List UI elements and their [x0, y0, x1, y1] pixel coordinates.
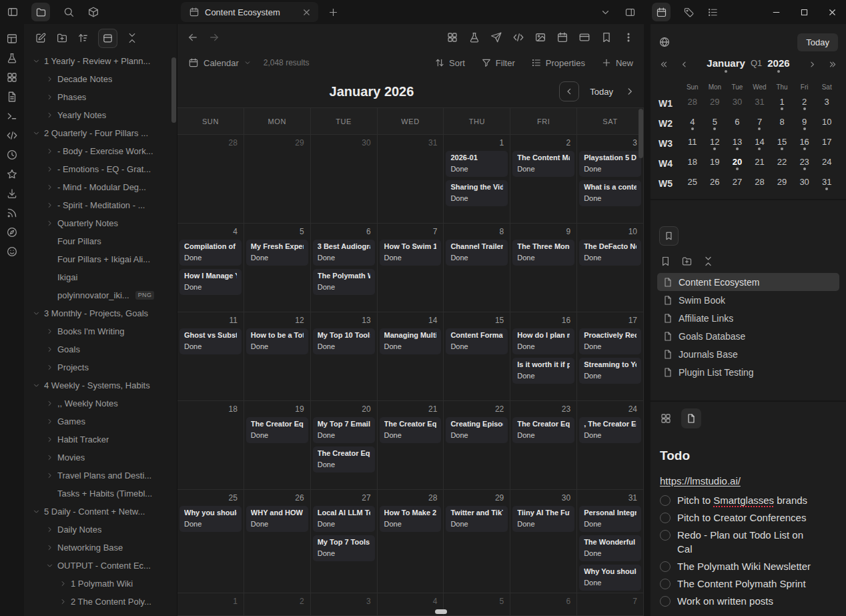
- mini-day-25[interactable]: 25: [681, 174, 704, 194]
- mini-next-month-button[interactable]: [807, 59, 817, 69]
- calendar-event[interactable]: My Fresh ExperierDone: [246, 240, 308, 266]
- calendar-day-3[interactable]: 3Playstation 5 DarkDoneWhat is a content…: [577, 135, 644, 223]
- back-button[interactable]: [187, 31, 199, 43]
- mini-day-31[interactable]: 31: [815, 174, 838, 194]
- calendar-event[interactable]: Why you should cDone: [179, 506, 242, 532]
- calendar-day-9[interactable]: 9The Three MonetiDone: [510, 224, 577, 312]
- calendar-event[interactable]: 3 Best AudiogramDone: [313, 240, 375, 266]
- package-icon[interactable]: [87, 6, 99, 18]
- mini-day-29[interactable]: 29: [704, 93, 727, 113]
- tree-file[interactable]: polyinnovator_iki...PNG: [24, 286, 177, 304]
- prev-month-button[interactable]: [559, 81, 579, 101]
- folder-plus-icon[interactable]: [56, 32, 68, 44]
- calendar-event[interactable]: Content Formats aDone: [446, 328, 508, 354]
- filter-button[interactable]: Filter: [481, 57, 515, 68]
- calendar-scrollbar-thumb[interactable]: [639, 109, 643, 158]
- collapse-all-icon[interactable]: [126, 32, 138, 44]
- tree-folder[interactable]: - Mind - Modular Deg...: [24, 178, 177, 196]
- tree-folder[interactable]: 2 The Content Poly...: [24, 593, 177, 611]
- tree-folder[interactable]: Phases: [24, 88, 177, 106]
- calendar-day-22[interactable]: 22Creating EpisodicDone: [444, 401, 510, 489]
- today-button[interactable]: Today: [590, 87, 613, 97]
- bookmark-icon[interactable]: [600, 31, 612, 43]
- calendar-event[interactable]: Ghost vs SubstackDone: [179, 328, 242, 354]
- todo-item[interactable]: The Content Polymath Sprint: [660, 577, 837, 591]
- calendar-event[interactable]: The Wonderful WDone: [579, 535, 641, 561]
- calendar-day-11[interactable]: 11Ghost vs SubstackDone: [177, 312, 244, 400]
- tree-folder[interactable]: Goals: [24, 340, 177, 358]
- calendar-event[interactable]: Tiiny AI The FuturDone: [512, 506, 574, 532]
- calendar-day-20[interactable]: 20My Top 7 Email ToDoneThe Creator Equat…: [311, 401, 378, 489]
- bookmark-item[interactable]: Goals Database: [657, 327, 839, 345]
- more-vertical-icon[interactable]: [622, 31, 634, 43]
- tree-folder[interactable]: Habit Tracker: [24, 430, 177, 448]
- mini-day-5[interactable]: 5: [704, 113, 727, 133]
- calendar-day-30[interactable]: 30Tiiny AI The FuturDone: [510, 490, 577, 593]
- properties-button[interactable]: Properties: [531, 57, 585, 68]
- mini-day-6[interactable]: 6: [726, 113, 749, 133]
- calendar-event[interactable]: The Creator EquatDone: [246, 417, 308, 443]
- bookmark-item[interactable]: Plugin List Testing: [657, 363, 839, 381]
- calendar-event[interactable]: How I Manage YeaDone: [179, 269, 242, 295]
- calendar-day-30[interactable]: 30: [311, 135, 378, 223]
- panel-right-icon[interactable]: [624, 7, 636, 18]
- todo-item[interactable]: The Polymath Wiki Newsletter: [660, 559, 837, 573]
- mini-day-28[interactable]: 28: [749, 174, 771, 194]
- calendar-day-31[interactable]: 31Personal IntegratiDoneThe Wonderful WD…: [577, 490, 644, 593]
- calendar-event[interactable]: My Top 7 Email ToDone: [313, 417, 375, 443]
- tree-folder[interactable]: 4 Weekly - Systems, Habits: [24, 376, 177, 394]
- send-icon[interactable]: [490, 31, 502, 43]
- calendar-day-28[interactable]: 28: [177, 135, 244, 223]
- calendar-button[interactable]: [652, 3, 671, 21]
- download-icon[interactable]: [6, 188, 18, 200]
- layout-grid-icon[interactable]: [660, 412, 672, 424]
- calendar-event[interactable]: How do I plan myDone: [512, 328, 574, 354]
- mini-day-2[interactable]: 2: [793, 93, 816, 113]
- calendar-day-29[interactable]: 29: [244, 135, 311, 223]
- calendar-day-26[interactable]: 26WHY and HOW toDone: [244, 490, 311, 593]
- calendar-day-8[interactable]: 8Channel Trailer 20Done: [444, 224, 510, 312]
- star-icon[interactable]: [6, 168, 18, 180]
- tree-folder[interactable]: - Body - Exercise Work...: [24, 142, 177, 160]
- tree-folder[interactable]: 5 Daily - Content + Netw...: [24, 503, 177, 521]
- folder-plus-icon[interactable]: [681, 256, 693, 267]
- mini-day-14[interactable]: 14: [749, 133, 771, 153]
- flask-icon[interactable]: [6, 52, 18, 64]
- calendar-day-7[interactable]: 7: [577, 593, 644, 615]
- tree-folder[interactable]: Yearly Notes: [24, 106, 177, 124]
- calendar-event[interactable]: , The Creator EquaDone: [579, 417, 641, 443]
- tree-folder[interactable]: 3 Monthly - Projects, Goals: [24, 304, 177, 322]
- mini-day-28[interactable]: 28: [681, 93, 704, 113]
- mini-day-29[interactable]: 29: [771, 174, 793, 194]
- calendar-event[interactable]: How To Swim 1 (2Done: [380, 240, 442, 266]
- tree-folder[interactable]: Daily Notes: [24, 521, 177, 539]
- code-icon[interactable]: [6, 129, 18, 141]
- image-icon[interactable]: [534, 31, 546, 43]
- week-number[interactable]: W4: [659, 153, 681, 174]
- tree-file[interactable]: Four Pillars + Ikigai Ali...: [24, 250, 177, 268]
- mini-today-button[interactable]: Today: [797, 33, 838, 51]
- calendar-day-16[interactable]: 16How do I plan myDoneIs it worth it if …: [510, 312, 577, 400]
- mini-day-30[interactable]: 30: [726, 93, 749, 113]
- todo-item[interactable]: Pitch to Smartglasses brands: [660, 493, 837, 507]
- mini-day-11[interactable]: 11: [681, 133, 704, 153]
- calendar-event[interactable]: Proactively RecorDone: [579, 328, 641, 354]
- calendar-day-24[interactable]: 24, The Creator EquaDone: [577, 401, 644, 489]
- close-tab-icon[interactable]: [302, 7, 312, 17]
- collapse-all-icon[interactable]: [703, 256, 714, 267]
- tree-folder[interactable]: Movies: [24, 448, 177, 467]
- bookmark-icon[interactable]: [660, 256, 671, 267]
- terminal-icon[interactable]: [6, 110, 18, 122]
- todo-checkbox[interactable]: [660, 530, 671, 541]
- external-link[interactable]: https://lmstudio.ai/: [660, 475, 837, 487]
- calendar-event[interactable]: The Three MonetiDone: [512, 240, 574, 266]
- mini-day-16[interactable]: 16: [793, 133, 816, 153]
- mini-day-9[interactable]: 9: [793, 113, 816, 133]
- mini-quarter-label[interactable]: Q1: [751, 58, 762, 68]
- layout-grid-icon[interactable]: [6, 71, 18, 83]
- chevron-down-icon[interactable]: [600, 7, 611, 18]
- todo-checkbox[interactable]: [660, 495, 671, 506]
- tree-folder[interactable]: 1 Yearly - Review + Plann...: [24, 52, 177, 70]
- mini-month-label[interactable]: January: [707, 57, 745, 69]
- view-select[interactable]: Calendar: [188, 57, 252, 68]
